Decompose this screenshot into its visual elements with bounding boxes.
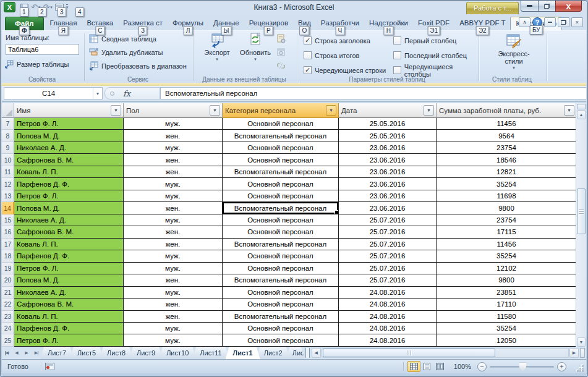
cell-name-row-8[interactable]: Попова М. Д.: [14, 130, 124, 142]
cell-salary-row-19[interactable]: 12102: [437, 263, 577, 274]
cell-gender-row-25[interactable]: муж.: [124, 334, 223, 346]
cell-name-row-21[interactable]: Николаев А. Д.: [14, 287, 124, 299]
row-number-12[interactable]: 12: [2, 178, 14, 190]
cell-gender-row-13[interactable]: муж.: [124, 190, 223, 202]
cell-category-row-19[interactable]: Основной персонал: [223, 263, 339, 274]
row-number-14[interactable]: 14: [2, 202, 14, 214]
row-number-22[interactable]: 22: [2, 299, 14, 310]
cell-category-row-13[interactable]: Основной персонал: [223, 190, 339, 202]
cell-name-row-23[interactable]: Коваль Л. П.: [14, 311, 124, 323]
previous-sheet-button[interactable]: ◀: [12, 347, 22, 359]
cell-category-row-24[interactable]: Основной персонал: [223, 323, 339, 334]
view-page-layout-button[interactable]: [420, 361, 433, 372]
tab-split-handle[interactable]: [305, 348, 310, 358]
export-button[interactable]: Экспорт ▾: [198, 33, 236, 74]
name-box-dropdown-icon[interactable]: ▼: [93, 88, 102, 99]
row-number-8[interactable]: 8: [2, 130, 14, 142]
first-sheet-button[interactable]: ◀: [2, 347, 12, 359]
cell-gender-row-21[interactable]: муж.: [124, 287, 223, 299]
checkbox-строка-итогов[interactable]: Строка итогов: [304, 51, 359, 60]
cell-date-row-21[interactable]: 24.08.2016: [339, 287, 437, 299]
collapse-ribbon-button[interactable]: ∧: [519, 17, 530, 27]
cell-salary-row-23[interactable]: 11580: [437, 311, 577, 323]
cell-category-row-18[interactable]: Основной персонал: [223, 250, 339, 262]
close-workbook-button[interactable]: ×: [571, 17, 583, 27]
cell-date-row-25[interactable]: 24.08.2016: [339, 334, 437, 346]
remove-duplicates-button[interactable]: Удалить дубликаты: [87, 46, 164, 58]
scroll-up-button[interactable]: ▲: [577, 110, 586, 119]
cell-gender-row-7[interactable]: муж.: [124, 118, 223, 130]
cell-name-row-13[interactable]: Петров Ф. Л.: [14, 190, 124, 202]
ribbon-tab-надстройки[interactable]: НадстройкиН: [364, 17, 413, 30]
cell-date-row-12[interactable]: 23.06.2016: [339, 178, 437, 190]
name-box[interactable]: C14 ▼: [4, 87, 103, 100]
cell-date-row-7[interactable]: 25.05.2016: [339, 118, 437, 130]
cell-category-row-8[interactable]: Вспомогательный персонал: [223, 130, 339, 142]
row-number-18[interactable]: 18: [2, 250, 14, 262]
cell-name-row-11[interactable]: Коваль Л. П.: [14, 166, 124, 178]
cell-name-row-18[interactable]: Парфенов Д. Ф.: [14, 250, 124, 262]
cell-name-row-25[interactable]: Петров Ф. Л.: [14, 334, 124, 346]
cell-date-row-19[interactable]: 25.07.2016: [339, 263, 437, 274]
restore-workbook-button[interactable]: [558, 17, 569, 27]
cell-category-row-14[interactable]: Вспомогательный персонал: [223, 202, 339, 214]
cell-name-row-24[interactable]: Парфенов Д. Ф.: [14, 323, 124, 334]
zoom-out-button[interactable]: −: [477, 362, 487, 371]
ribbon-tab-abbyy-pdf-t[interactable]: ABBYY PDF TЭ2: [454, 17, 510, 30]
column-header-4[interactable]: Дата▼: [339, 103, 437, 118]
cell-salary-row-22[interactable]: 17110: [437, 299, 577, 310]
vertical-scroll-thumb[interactable]: [577, 188, 586, 234]
cell-salary-row-7[interactable]: 11456: [437, 118, 577, 130]
cell-name-row-7[interactable]: Петров Ф. Л.: [14, 118, 124, 130]
row-number-11[interactable]: 11: [2, 166, 14, 178]
filter-dropdown-button[interactable]: ▼: [210, 105, 220, 116]
checkbox-box[interactable]: [393, 51, 401, 59]
horizontal-scroll-thumb[interactable]: [323, 349, 495, 357]
cell-name-row-19[interactable]: Петров Ф. Л.: [14, 263, 124, 274]
cell-gender-row-17[interactable]: жен.: [124, 239, 223, 250]
cell-date-row-13[interactable]: 23.06.2016: [339, 190, 437, 202]
cell-date-row-23[interactable]: 24.08.2016: [339, 311, 437, 323]
convert-to-range-button[interactable]: Преобразовать в диапазон: [87, 60, 189, 72]
sheet-tab-лист11[interactable]: Лист11: [192, 347, 229, 359]
formula-bar-handle[interactable]: [110, 91, 114, 96]
last-sheet-button[interactable]: ▶: [32, 347, 41, 359]
checkbox-последний-столбец[interactable]: Последний столбец: [393, 51, 467, 60]
resize-grip[interactable]: [575, 363, 584, 372]
row-number-7[interactable]: 7: [2, 118, 14, 130]
sheet-tab-лист8[interactable]: Лист8: [100, 347, 133, 359]
ribbon-tab-данные[interactable]: ДанныеЫ: [208, 17, 244, 30]
cell-name-row-9[interactable]: Николаев А. Д.: [14, 142, 124, 154]
filter-dropdown-button[interactable]: ▼: [424, 105, 434, 116]
sheet-tab-лист2[interactable]: Лист2: [257, 347, 290, 359]
column-header-1[interactable]: Имя▼: [14, 103, 124, 118]
checkbox-строка-заголовка[interactable]: ✓Строка заголовка: [304, 36, 370, 45]
row-number-19[interactable]: 19: [2, 263, 14, 274]
row-number-15[interactable]: 15: [2, 214, 14, 226]
zoom-in-button[interactable]: +: [557, 362, 566, 371]
cell-salary-row-8[interactable]: 9564: [437, 130, 577, 142]
checkbox-первый-столбец[interactable]: Первый столбец: [393, 36, 456, 45]
open-in-browser-button[interactable]: [275, 47, 286, 57]
horizontal-split-handle[interactable]: [580, 348, 585, 358]
ribbon-tab-foxit-pdf[interactable]: Foxit PDFЭ1: [413, 17, 454, 30]
cell-category-row-12[interactable]: Основной персонал: [223, 178, 339, 190]
cell-date-row-16[interactable]: 25.07.2016: [339, 226, 437, 238]
table-properties-button[interactable]: [275, 33, 286, 43]
cell-name-row-17[interactable]: Коваль Л. П.: [14, 239, 124, 250]
vertical-split-handle[interactable]: [577, 104, 586, 109]
cell-category-row-17[interactable]: Вспомогательный персонал: [223, 239, 339, 250]
cell-date-row-22[interactable]: 24.08.2016: [339, 299, 437, 310]
scroll-right-button[interactable]: ▶: [569, 348, 579, 358]
cell-salary-row-11[interactable]: 12821: [437, 166, 577, 178]
ribbon-tab-вставка[interactable]: ВставкаС: [82, 17, 118, 30]
zoom-level[interactable]: 100%: [454, 363, 471, 370]
cell-category-row-9[interactable]: Основной персонал: [223, 142, 339, 154]
view-normal-button[interactable]: [407, 361, 420, 372]
cell-date-row-9[interactable]: 23.06.2016: [339, 142, 437, 154]
vertical-scroll-track[interactable]: [577, 119, 586, 337]
select-all-corner[interactable]: [2, 103, 14, 118]
cell-salary-row-24[interactable]: 35254: [437, 323, 577, 334]
ribbon-tab-разметка-ст[interactable]: Разметка стЗ: [118, 17, 168, 30]
cell-gender-row-10[interactable]: жен.: [124, 154, 223, 166]
